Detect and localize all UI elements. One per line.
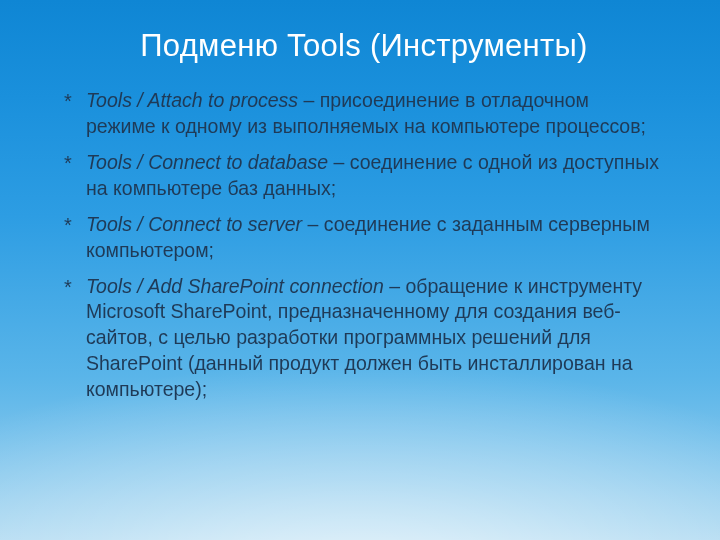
slide: Подменю Tools (Инструменты) Tools / Atta… [0,0,720,540]
menu-path: Tools / Connect to database [86,151,328,173]
slide-title: Подменю Tools (Инструменты) [64,28,664,64]
list-item: Tools / Connect to database – соединение… [64,150,664,202]
bullet-list: Tools / Attach to process – присоединени… [64,88,664,403]
list-item: Tools / Connect to server – соединение с… [64,212,664,264]
menu-path: Tools / Attach to process [86,89,298,111]
list-item: Tools / Attach to process – присоединени… [64,88,664,140]
menu-path: Tools / Add SharePoint connection [86,275,384,297]
menu-path: Tools / Connect to server [86,213,302,235]
list-item: Tools / Add SharePoint connection – обра… [64,274,664,404]
